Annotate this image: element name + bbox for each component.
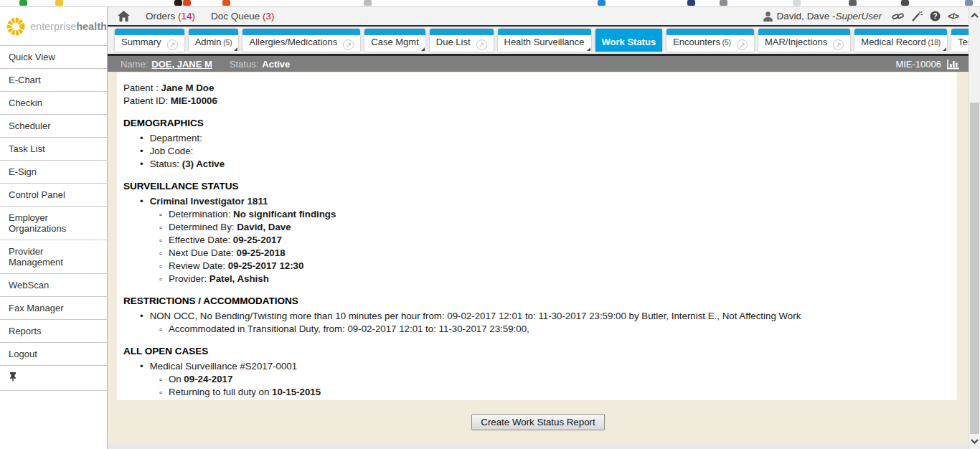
- link-icon[interactable]: [892, 11, 904, 22]
- help-icon[interactable]: ?: [930, 11, 941, 22]
- tab-health-surveillance[interactable]: Health Surveillance: [498, 29, 591, 52]
- tab-label: Work Status: [602, 37, 656, 47]
- tab-label: Case Mgmt: [371, 37, 418, 47]
- wand-icon[interactable]: [911, 11, 923, 22]
- chart-icon[interactable]: [947, 59, 960, 70]
- header-nav-doc-queue[interactable]: Doc Queue (3): [211, 11, 275, 22]
- sub-list-item: ▫Determined By: David, Dave: [123, 221, 950, 234]
- bottom-strip: [108, 444, 969, 449]
- external-link-icon: ↗: [476, 39, 487, 50]
- list-item: •Department:: [123, 132, 950, 145]
- list-item: •Status: (3) Active: [123, 158, 950, 171]
- enterprise-health-logo[interactable]: enterprisehealth: [0, 7, 107, 46]
- tab-medical-record[interactable]: Medical Record (18): [854, 29, 947, 52]
- sidebar-item-control-panel[interactable]: Control Panel: [0, 184, 107, 207]
- patient-id-line: Patient ID: MIE-10006: [123, 95, 950, 108]
- top-header-bar: Orders (14)Doc Queue (3) David, Dave - S…: [108, 7, 969, 27]
- sidebar-item-checkin[interactable]: Checkin: [0, 92, 107, 115]
- patient-name-value: Jane M Doe: [161, 82, 214, 93]
- external-link-icon: ↗: [167, 39, 178, 50]
- patient-mrn: MIE-10006: [895, 59, 941, 70]
- logo-text: enterprisehealth: [30, 21, 107, 32]
- tab-mar-injections[interactable]: MAR/Injections↗: [758, 29, 850, 52]
- sub-bullet-icon: ▫: [159, 249, 162, 257]
- pushpin-icon[interactable]: [9, 372, 17, 382]
- sidebar-pin-row: [0, 366, 107, 391]
- bullet-icon: •: [140, 146, 143, 156]
- sidebar-item-reports[interactable]: Reports: [0, 320, 107, 343]
- sidebar-item-employer-organizations[interactable]: Employer Organizations: [0, 207, 107, 240]
- sidebar-item-logout[interactable]: Logout: [0, 343, 107, 366]
- header-icons: ? </>: [892, 11, 958, 22]
- user-name: David, Dave -: [777, 11, 836, 22]
- patient-id-value: MIE-10006: [171, 95, 217, 106]
- tab-encounters[interactable]: Encounters (5)↗: [666, 29, 754, 52]
- patient-status: Active: [262, 59, 290, 70]
- tab-count: (18): [926, 39, 941, 47]
- favicon-fragment: [965, 0, 973, 6]
- tab-label: Encounters: [673, 37, 720, 47]
- favicon-fragment: [222, 0, 230, 6]
- sub-bullet-icon: ▫: [159, 223, 162, 232]
- scrollbar-thumb[interactable]: [970, 103, 979, 434]
- name-label: Name:: [121, 59, 148, 70]
- tab-label: Allergies/Medications: [249, 37, 337, 47]
- sidebar-item-e-chart[interactable]: E-Chart: [0, 69, 107, 92]
- vertical-scrollbar[interactable]: [969, 7, 980, 449]
- scroll-up-button[interactable]: [969, 9, 980, 22]
- favicon-fragment: [901, 0, 909, 6]
- sidebar-item-quick-view[interactable]: Quick View: [0, 46, 107, 69]
- tab-admin[interactable]: Admin (5): [189, 29, 239, 52]
- favicon-fragment: [364, 0, 372, 6]
- bullet-icon: •: [140, 311, 143, 321]
- chart-tab-bar: Summary↗Admin (5)Allergies/Medications↗C…: [108, 27, 969, 56]
- external-link-icon: ↗: [343, 39, 354, 50]
- sidebar-item-scheduler[interactable]: Scheduler: [0, 115, 107, 138]
- work-status-content: Patient : Jane M Doe Patient ID: MIE-100…: [108, 72, 969, 449]
- sub-bullet-icon: ▫: [159, 375, 162, 384]
- favicon-fragment: [183, 0, 191, 6]
- section-title-surveillance-status: SURVEILLANCE STATUS: [123, 180, 950, 193]
- bullet-icon: •: [140, 196, 143, 207]
- user-icon: [763, 11, 773, 22]
- list-item: •Criminal Investigator 1811: [123, 195, 950, 208]
- favicon-fragment: [174, 0, 182, 6]
- sub-bullet-icon: ▫: [159, 388, 162, 397]
- tab-work-status[interactable]: Work Status: [595, 29, 663, 52]
- app-window: enterprisehealth Quick ViewE-ChartChecki…: [0, 0, 980, 449]
- sub-list-item: ▫Accommodated in Transitional Duty, from…: [123, 323, 950, 336]
- svg-text:?: ?: [933, 12, 937, 20]
- favicon-fragment: [687, 0, 695, 6]
- patient-line: Patient : Jane M Doe: [123, 82, 950, 95]
- code-icon[interactable]: </>: [948, 11, 958, 22]
- favicon-fragment: [19, 0, 27, 6]
- tab-label: Health Surveillance: [504, 37, 585, 47]
- sidebar-item-provider-management[interactable]: Provider Management: [0, 240, 107, 274]
- sunflower-logo-icon: [6, 15, 26, 38]
- tab-case-mgmt[interactable]: Case Mgmt: [364, 29, 425, 52]
- patient-name-link[interactable]: DOE, JANE M: [151, 59, 212, 70]
- sidebar-item-task-list[interactable]: Task List: [0, 138, 107, 161]
- header-nav-label: Doc Queue: [211, 11, 263, 22]
- sub-bullet-icon: ▫: [159, 210, 162, 219]
- sidebar-item-fax-manager[interactable]: Fax Manager: [0, 297, 107, 320]
- tab-label: Admin: [195, 37, 222, 47]
- sub-list-item: ▫Returning to full duty on 10-15-2015: [123, 386, 950, 399]
- status-label: Status:: [230, 59, 258, 70]
- tab-allergies-medications[interactable]: Allergies/Medications↗: [242, 29, 360, 52]
- dropdown-indicator-icon: [421, 47, 425, 51]
- scroll-down-button[interactable]: [969, 435, 980, 448]
- favicon-fragment: [720, 0, 727, 6]
- create-work-status-report-button[interactable]: Create Work Status Report: [471, 414, 604, 430]
- tab-summary[interactable]: Summary↗: [115, 29, 184, 52]
- header-nav: Orders (14)Doc Queue (3): [146, 11, 291, 22]
- user-menu[interactable]: David, Dave - SuperUser: [763, 11, 882, 22]
- sidebar-item-e-sign[interactable]: E-Sign: [0, 161, 107, 184]
- dropdown-indicator-icon: [943, 47, 946, 51]
- header-nav-orders[interactable]: Orders (14): [146, 11, 195, 22]
- sub-bullet-icon: ▫: [159, 262, 162, 270]
- tab-due-list[interactable]: Due List↗: [430, 29, 494, 52]
- home-button[interactable]: [118, 11, 130, 22]
- user-role: SuperUser: [835, 11, 882, 22]
- sidebar-item-webscan[interactable]: WebScan: [0, 274, 107, 297]
